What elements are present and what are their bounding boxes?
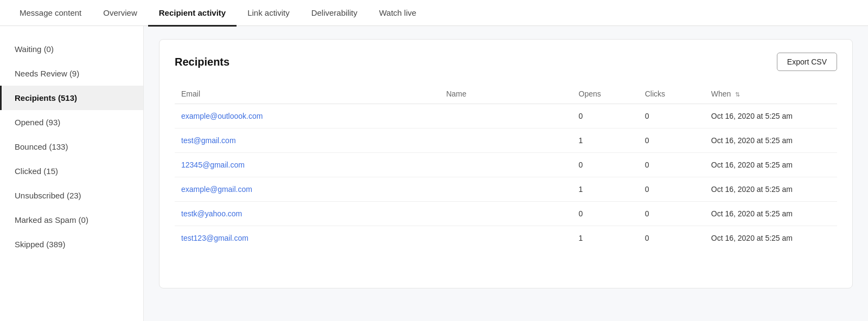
tab-link-activity[interactable]: Link activity bbox=[237, 1, 301, 27]
name-cell bbox=[439, 129, 572, 153]
table-row: 12345@gmail.com00Oct 16, 2020 at 5:25 am bbox=[175, 153, 837, 177]
name-cell bbox=[439, 153, 572, 177]
opens-cell: 1 bbox=[572, 177, 639, 202]
when-cell: Oct 16, 2020 at 5:25 am bbox=[705, 226, 837, 251]
table-row: test123@gmail.com10Oct 16, 2020 at 5:25 … bbox=[175, 226, 837, 251]
when-cell: Oct 16, 2020 at 5:25 am bbox=[705, 104, 837, 129]
table-row: test@gmail.com10Oct 16, 2020 at 5:25 am bbox=[175, 129, 837, 153]
tab-message-content[interactable]: Message content bbox=[9, 1, 92, 27]
table-row: example@gmail.com10Oct 16, 2020 at 5:25 … bbox=[175, 177, 837, 202]
col-header-when[interactable]: When ⇅ bbox=[705, 84, 837, 104]
recipients-table: Email Name Opens Clicks When ⇅ example@o… bbox=[175, 84, 837, 250]
export-csv-button[interactable]: Export CSV bbox=[777, 53, 837, 71]
sidebar-item-needs-review[interactable]: Needs Review (9) bbox=[0, 61, 143, 86]
clicks-cell: 0 bbox=[639, 202, 705, 226]
opens-cell: 0 bbox=[572, 153, 639, 177]
sidebar-item-recipients[interactable]: Recipients (513) bbox=[0, 86, 143, 110]
recipients-card: Recipients Export CSV Email Name Opens C… bbox=[159, 39, 853, 288]
clicks-cell: 0 bbox=[639, 153, 705, 177]
when-cell: Oct 16, 2020 at 5:25 am bbox=[705, 153, 837, 177]
email-link[interactable]: example@gmail.com bbox=[181, 185, 252, 194]
sidebar: Waiting (0) Needs Review (9) Recipients … bbox=[0, 26, 144, 321]
name-cell bbox=[439, 104, 572, 129]
table-row: testk@yahoo.com00Oct 16, 2020 at 5:25 am bbox=[175, 202, 837, 226]
page-title: Recipients bbox=[175, 56, 229, 68]
card-header: Recipients Export CSV bbox=[175, 53, 837, 71]
email-link[interactable]: test123@gmail.com bbox=[181, 234, 248, 242]
tab-deliverability[interactable]: Deliverability bbox=[301, 1, 368, 27]
tab-watch-live[interactable]: Watch live bbox=[368, 1, 427, 27]
content-area: Recipients Export CSV Email Name Opens C… bbox=[144, 26, 868, 321]
clicks-cell: 0 bbox=[639, 177, 705, 202]
sidebar-item-bounced[interactable]: Bounced (133) bbox=[0, 134, 143, 159]
email-link[interactable]: example@outloook.com bbox=[181, 112, 263, 120]
email-link[interactable]: testk@yahoo.com bbox=[181, 209, 242, 218]
sort-icon: ⇅ bbox=[735, 91, 740, 98]
email-link[interactable]: test@gmail.com bbox=[181, 136, 236, 145]
clicks-cell: 0 bbox=[639, 129, 705, 153]
sidebar-item-opened[interactable]: Opened (93) bbox=[0, 110, 143, 134]
email-link[interactable]: 12345@gmail.com bbox=[181, 160, 245, 169]
table-header-row: Email Name Opens Clicks When ⇅ bbox=[175, 84, 837, 104]
opens-cell: 0 bbox=[572, 202, 639, 226]
opens-cell: 1 bbox=[572, 129, 639, 153]
name-cell bbox=[439, 202, 572, 226]
table-row: example@outloook.com00Oct 16, 2020 at 5:… bbox=[175, 104, 837, 129]
clicks-cell: 0 bbox=[639, 104, 705, 129]
sidebar-item-unsubscribed[interactable]: Unsubscribed (23) bbox=[0, 183, 143, 208]
when-cell: Oct 16, 2020 at 5:25 am bbox=[705, 177, 837, 202]
sidebar-item-clicked[interactable]: Clicked (15) bbox=[0, 159, 143, 183]
sidebar-item-waiting[interactable]: Waiting (0) bbox=[0, 37, 143, 61]
col-header-opens: Opens bbox=[572, 84, 639, 104]
tab-overview[interactable]: Overview bbox=[92, 1, 148, 27]
sidebar-item-skipped[interactable]: Skipped (389) bbox=[0, 232, 143, 256]
tab-recipient-activity[interactable]: Recipient activity bbox=[148, 1, 237, 27]
col-header-clicks: Clicks bbox=[639, 84, 705, 104]
when-cell: Oct 16, 2020 at 5:25 am bbox=[705, 129, 837, 153]
top-nav: Message content Overview Recipient activ… bbox=[0, 0, 868, 26]
opens-cell: 1 bbox=[572, 226, 639, 251]
sidebar-item-marked-as-spam[interactable]: Marked as Spam (0) bbox=[0, 208, 143, 232]
col-header-email: Email bbox=[175, 84, 439, 104]
opens-cell: 0 bbox=[572, 104, 639, 129]
col-header-name: Name bbox=[439, 84, 572, 104]
name-cell bbox=[439, 226, 572, 251]
main-layout: Waiting (0) Needs Review (9) Recipients … bbox=[0, 26, 868, 321]
name-cell bbox=[439, 177, 572, 202]
clicks-cell: 0 bbox=[639, 226, 705, 251]
when-cell: Oct 16, 2020 at 5:25 am bbox=[705, 202, 837, 226]
